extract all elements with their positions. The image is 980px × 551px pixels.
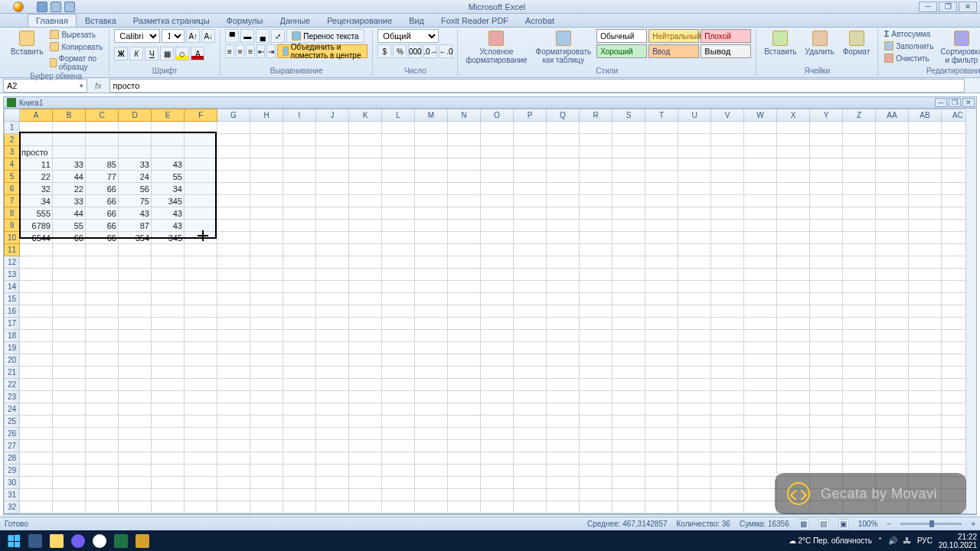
cell-Q10[interactable] [547, 232, 580, 244]
cell-K17[interactable] [349, 318, 382, 330]
cell-U33[interactable] [678, 514, 711, 515]
cell-P32[interactable] [514, 501, 547, 514]
cell-C24[interactable] [86, 403, 119, 416]
cell-A11[interactable] [20, 244, 53, 256]
cell-AB3[interactable] [909, 146, 942, 158]
cell-K33[interactable] [349, 514, 382, 515]
cell-P2[interactable] [514, 134, 547, 146]
cell-D19[interactable] [119, 342, 152, 354]
cell-Y17[interactable] [810, 318, 843, 330]
cell-Z15[interactable] [843, 293, 876, 305]
cell-T20[interactable] [645, 354, 678, 367]
cell-F11[interactable] [185, 244, 217, 256]
cell-V2[interactable] [711, 134, 744, 146]
cell-AB17[interactable] [909, 318, 942, 330]
cut-button[interactable]: Вырезать [48, 29, 104, 40]
cell-S29[interactable] [612, 465, 645, 477]
format-cells-button[interactable]: Формат [840, 29, 874, 57]
cell-F21[interactable] [185, 367, 217, 379]
cell-R24[interactable] [580, 403, 612, 416]
cell-B31[interactable] [53, 489, 86, 501]
row-header-24[interactable]: 24 [5, 403, 20, 416]
format-as-table-button[interactable]: Форматировать как таблицу [533, 29, 595, 66]
ribbon-tab-3[interactable]: Формулы [218, 14, 272, 27]
cell-G19[interactable] [217, 342, 250, 354]
cell-P30[interactable] [514, 477, 547, 489]
cell-U10[interactable] [678, 232, 711, 244]
cell-N31[interactable] [448, 489, 481, 501]
cell-D17[interactable] [119, 318, 152, 330]
cell-J10[interactable] [316, 232, 349, 244]
cell-N22[interactable] [448, 379, 481, 391]
taskbar-viber[interactable] [67, 533, 89, 549]
cell-C13[interactable] [86, 269, 119, 281]
cell-P27[interactable] [514, 440, 547, 452]
cell-I23[interactable] [283, 391, 316, 403]
cell-M19[interactable] [415, 342, 448, 354]
cell-K28[interactable] [349, 452, 382, 465]
cell-N25[interactable] [448, 416, 481, 428]
copy-button[interactable]: Копировать [48, 41, 104, 52]
cell-J20[interactable] [316, 354, 349, 367]
cell-A4[interactable]: 11 [20, 158, 53, 171]
autosum-button[interactable]: ΣАвтосумма [883, 29, 935, 39]
cell-U28[interactable] [678, 452, 711, 465]
number-format-select[interactable]: Общий [377, 29, 439, 43]
cell-Z23[interactable] [843, 391, 876, 403]
cell-U5[interactable] [678, 171, 711, 183]
cell-L13[interactable] [382, 269, 415, 281]
cell-L10[interactable] [382, 232, 415, 244]
cell-Z20[interactable] [843, 354, 876, 367]
cell-U19[interactable] [678, 342, 711, 354]
cell-Q8[interactable] [547, 207, 580, 220]
cell-AA22[interactable] [876, 379, 909, 391]
cell-H5[interactable] [250, 171, 283, 183]
cell-V26[interactable] [711, 428, 744, 440]
cell-U13[interactable] [678, 269, 711, 281]
cell-O6[interactable] [481, 183, 514, 195]
cell-Q25[interactable] [547, 416, 580, 428]
tray-weather[interactable]: ☁ 2°C Пер. облачность [789, 536, 872, 545]
cell-D5[interactable]: 24 [119, 171, 152, 183]
cell-S5[interactable] [612, 171, 645, 183]
cell-Z19[interactable] [843, 342, 876, 354]
cell-A30[interactable] [20, 477, 53, 489]
cell-J2[interactable] [316, 134, 349, 146]
cell-P13[interactable] [514, 269, 547, 281]
cell-D18[interactable] [119, 330, 152, 342]
cell-X18[interactable] [777, 330, 810, 342]
style-neutral[interactable]: Нейтральный [648, 29, 699, 43]
cell-C29[interactable] [86, 465, 119, 477]
cell-I29[interactable] [283, 465, 316, 477]
cell-F6[interactable] [185, 183, 217, 195]
cell-U15[interactable] [678, 293, 711, 305]
cell-P21[interactable] [514, 367, 547, 379]
cell-E8[interactable]: 43 [152, 207, 185, 220]
cell-R25[interactable] [580, 416, 612, 428]
cell-E29[interactable] [152, 465, 185, 477]
cell-S33[interactable] [612, 514, 645, 515]
cell-L25[interactable] [382, 416, 415, 428]
cell-Y25[interactable] [810, 416, 843, 428]
cell-E10[interactable]: 345 [152, 232, 185, 244]
cell-H30[interactable] [250, 477, 283, 489]
cell-T33[interactable] [645, 514, 678, 515]
cell-O29[interactable] [481, 465, 514, 477]
cell-A33[interactable] [20, 514, 53, 515]
increase-decimal-button[interactable]: .0→ [423, 44, 437, 58]
cell-B17[interactable] [53, 318, 86, 330]
cell-M27[interactable] [415, 440, 448, 452]
cell-F28[interactable] [185, 452, 217, 465]
cell-AA13[interactable] [876, 269, 909, 281]
cell-I3[interactable] [283, 146, 316, 158]
cell-H8[interactable] [250, 207, 283, 220]
cell-H13[interactable] [250, 269, 283, 281]
row-header-29[interactable]: 29 [5, 465, 20, 477]
cell-E15[interactable] [152, 293, 185, 305]
row-header-30[interactable]: 30 [5, 477, 20, 489]
cell-W24[interactable] [744, 403, 777, 416]
cell-O16[interactable] [481, 305, 514, 318]
cell-K29[interactable] [349, 465, 382, 477]
view-normal-button[interactable]: ▦ [799, 519, 809, 530]
cell-X5[interactable] [777, 171, 810, 183]
